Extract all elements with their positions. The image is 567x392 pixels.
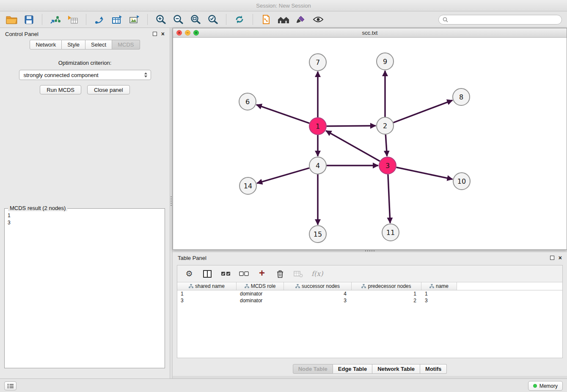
minimize-window-button[interactable]: − <box>185 30 190 36</box>
tab-node-table[interactable]: Node Table <box>293 364 333 374</box>
network-window: × − + scc.txt 7968124314101511 <box>173 28 567 250</box>
zoom-out-button[interactable] <box>171 13 185 26</box>
graph-edge-3-1[interactable] <box>326 131 380 161</box>
cell-predecessor-nodes[interactable]: 2 <box>352 297 421 304</box>
tab-style[interactable]: Style <box>62 40 85 50</box>
float-panel-icon[interactable] <box>153 32 157 36</box>
cell-shared-name[interactable]: 1 <box>177 290 237 297</box>
control-panel-title: Control Panel <box>5 31 39 37</box>
graph-node-15[interactable]: 15 <box>309 226 326 243</box>
graph-edge-1-6[interactable] <box>256 105 309 123</box>
task-history-button[interactable] <box>4 381 17 390</box>
graph-node-10[interactable]: 10 <box>453 173 470 190</box>
graph-edge-4-14[interactable] <box>257 168 309 183</box>
close-panel-button[interactable]: Close panel <box>87 85 130 94</box>
export-image-button[interactable] <box>127 13 141 26</box>
table-row[interactable]: 3 dominator 3 2 3 <box>177 297 562 304</box>
table-row[interactable]: 1 dominator 4 1 1 <box>177 290 562 297</box>
control-panel-tabs: Network Style Select MCDS <box>0 40 170 50</box>
show-hide-button[interactable] <box>311 13 325 26</box>
graph-node-4[interactable]: 4 <box>309 157 326 174</box>
graph-node-14[interactable]: 14 <box>239 177 256 194</box>
graph-node-6[interactable]: 6 <box>239 93 256 110</box>
graph-edge-3-11[interactable] <box>388 174 390 223</box>
cell-shared-name[interactable]: 3 <box>177 297 237 304</box>
first-neighbors-button[interactable] <box>276 13 291 26</box>
delete-table-button[interactable] <box>293 268 303 280</box>
close-panel-icon[interactable]: × <box>161 31 165 37</box>
svg-text:7: 7 <box>316 58 320 66</box>
graph-node-9[interactable]: 9 <box>377 53 394 70</box>
graph-node-1[interactable]: 1 <box>309 118 326 135</box>
graph-edge-3-10[interactable] <box>396 167 453 179</box>
graph-edge-2-8[interactable] <box>394 100 453 123</box>
float-panel-icon[interactable] <box>550 256 554 260</box>
delete-column-button[interactable] <box>275 268 285 280</box>
column-type-icon <box>245 284 249 288</box>
svg-text:14: 14 <box>244 182 252 190</box>
close-panel-icon[interactable]: × <box>559 255 562 261</box>
graph-edge-2-3[interactable] <box>385 135 387 156</box>
cell-name[interactable]: 3 <box>421 297 457 304</box>
new-table-button[interactable] <box>110 13 124 26</box>
graph-node-7[interactable]: 7 <box>309 54 326 71</box>
close-window-button[interactable]: × <box>176 30 182 36</box>
table-settings-button[interactable]: ⚙ <box>184 268 194 280</box>
application-window: Session: New Session <box>0 0 567 392</box>
main-toolbar <box>0 11 567 28</box>
style-paint-button[interactable] <box>294 13 308 26</box>
tab-network[interactable]: Network <box>30 40 62 50</box>
graph-edge-1-2[interactable] <box>327 126 376 126</box>
apply-function-button[interactable]: f(x) <box>311 268 323 280</box>
graph-node-8[interactable]: 8 <box>453 88 470 105</box>
select-all-rows-button[interactable] <box>220 268 231 280</box>
cell-successor-nodes[interactable]: 3 <box>284 297 352 304</box>
save-session-button[interactable] <box>22 13 36 26</box>
import-network-button[interactable] <box>48 13 63 26</box>
column-header-name[interactable]: name <box>421 282 457 290</box>
deselect-all-rows-button[interactable] <box>239 268 249 280</box>
maximize-window-button[interactable]: + <box>193 30 199 36</box>
refresh-view-button[interactable] <box>232 13 247 26</box>
tab-mcds[interactable]: MCDS <box>112 40 140 50</box>
column-header-mcds-role[interactable]: MCDS role <box>237 282 284 290</box>
split-columns-button[interactable] <box>202 268 212 280</box>
vertical-splitter[interactable] <box>170 28 173 378</box>
cell-name[interactable]: 1 <box>421 290 457 297</box>
cell-mcds-role[interactable]: dominator <box>237 297 284 304</box>
network-canvas[interactable]: 7968124314101511 <box>173 38 567 249</box>
memory-button[interactable]: Memory <box>528 381 563 391</box>
cell-mcds-role[interactable]: dominator <box>237 290 284 297</box>
criterion-dropdown[interactable]: strongly connected component <box>19 70 151 80</box>
column-header-shared-name[interactable]: shared name <box>177 282 237 290</box>
column-header-predecessor-nodes[interactable]: predecessor nodes <box>352 282 421 290</box>
graph-node-3[interactable]: 3 <box>379 157 396 174</box>
graph-node-2[interactable]: 2 <box>377 117 394 134</box>
svg-text:6: 6 <box>245 98 250 106</box>
zoom-in-icon <box>156 14 166 25</box>
tab-select[interactable]: Select <box>85 40 112 50</box>
graph-node-11[interactable]: 11 <box>382 224 399 241</box>
tab-edge-table[interactable]: Edge Table <box>333 364 372 374</box>
add-column-button[interactable]: + <box>257 268 267 280</box>
copy-view-button[interactable] <box>259 13 273 26</box>
cell-predecessor-nodes[interactable]: 1 <box>352 290 421 297</box>
tab-network-table[interactable]: Network Table <box>372 364 420 374</box>
zoom-in-button[interactable] <box>154 13 168 26</box>
run-mcds-button[interactable]: Run MCDS <box>40 85 81 94</box>
toolbar-separator <box>253 14 253 25</box>
zoom-fit-button[interactable] <box>188 13 203 26</box>
zoom-selected-button[interactable] <box>206 13 220 26</box>
tab-motifs[interactable]: Motifs <box>420 364 447 374</box>
column-type-icon <box>429 284 434 288</box>
plus-icon: + <box>259 268 265 278</box>
search-input[interactable] <box>451 17 558 23</box>
new-network-button[interactable] <box>92 13 107 26</box>
cell-successor-nodes[interactable]: 4 <box>284 290 352 297</box>
open-session-button[interactable] <box>4 13 19 26</box>
deselect-all-icon <box>239 271 249 277</box>
column-type-icon <box>189 284 193 288</box>
column-header-successor-nodes[interactable]: successor nodes <box>284 282 352 290</box>
list-icon <box>7 384 14 389</box>
import-table-button[interactable] <box>66 13 80 26</box>
